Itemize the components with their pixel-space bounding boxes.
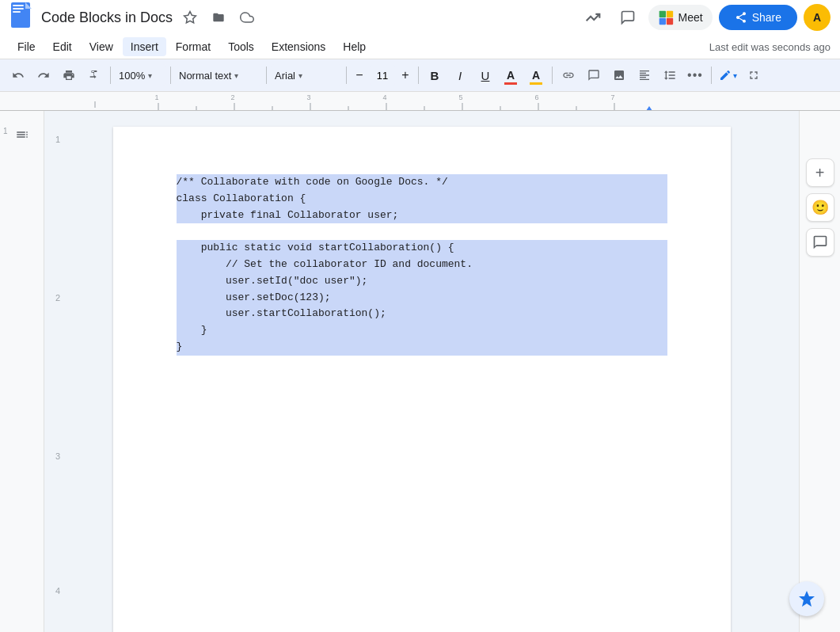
svg-rect-3 — [13, 11, 21, 13]
share-button[interactable]: Share — [719, 5, 797, 30]
svg-rect-7 — [666, 11, 672, 17]
emoji-icon: 🙂 — [811, 199, 829, 216]
image-button[interactable] — [607, 63, 631, 87]
right-panel: + 🙂 — [799, 111, 840, 632]
divider-7 — [711, 67, 712, 84]
svg-rect-8 — [659, 18, 665, 25]
print-button[interactable] — [57, 63, 81, 87]
page-num-3: 3 — [55, 451, 60, 461]
more-button[interactable]: ••• — [683, 63, 707, 87]
document-page: /** Collaborate with code on Google Docs… — [113, 127, 731, 632]
star-button[interactable] — [179, 6, 201, 29]
cloud-button[interactable] — [236, 6, 258, 29]
menu-file[interactable]: File — [10, 37, 44, 56]
gemini-button[interactable] — [789, 581, 824, 616]
divider-1 — [110, 67, 111, 84]
code-line-10: } — [177, 339, 667, 356]
font-size-decrease[interactable]: − — [351, 63, 368, 87]
menu-help[interactable]: Help — [335, 37, 374, 56]
line-spacing-button[interactable] — [658, 63, 682, 87]
menu-format[interactable]: Format — [168, 37, 219, 56]
doc-title[interactable]: Code Blocks in Docs — [41, 10, 173, 26]
svg-rect-9 — [666, 18, 672, 25]
edit-mode-button[interactable]: ▾ — [716, 63, 740, 87]
divider-5 — [418, 67, 419, 84]
document-area[interactable]: 1 2 3 4 /** Collaborate with code on Goo… — [44, 111, 799, 632]
svg-rect-2 — [13, 8, 24, 10]
code-line-9: } — [177, 322, 667, 339]
comment-action-icon — [812, 234, 828, 250]
menu-extensions[interactable]: Extensions — [264, 37, 333, 56]
underline-label: U — [481, 69, 490, 82]
comment-action-button[interactable] — [806, 228, 834, 257]
ruler: 1 2 3 4 5 6 7 — [0, 92, 840, 111]
folder-button[interactable] — [207, 6, 230, 29]
style-select[interactable]: Normal text ▾ — [175, 64, 262, 86]
code-line-6: user.setId("doc user"); — [177, 273, 667, 290]
paint-format-button[interactable] — [82, 63, 106, 87]
align-button[interactable] — [633, 63, 656, 87]
svg-text:4: 4 — [382, 93, 386, 101]
svg-text:6: 6 — [534, 93, 538, 101]
font-size-control: − 11 + — [351, 63, 414, 87]
divider-3 — [266, 67, 267, 84]
expand-button[interactable] — [742, 63, 766, 87]
avatar-letter: A — [813, 11, 821, 24]
gemini-icon — [797, 589, 816, 608]
menu-insert[interactable]: Insert — [123, 37, 166, 56]
code-block: /** Collaborate with code on Google Docs… — [177, 174, 667, 356]
code-line-5: // Set the collaborator ID and document. — [177, 257, 667, 273]
zoom-select[interactable]: 100% ▾ — [115, 64, 166, 86]
svg-marker-5 — [184, 12, 196, 23]
user-avatar[interactable]: A — [804, 4, 830, 31]
bold-label: B — [431, 69, 439, 82]
undo-button[interactable] — [6, 63, 30, 87]
svg-text:1: 1 — [154, 93, 158, 101]
text-color-button[interactable]: A — [499, 63, 523, 87]
highlight-button[interactable]: A — [524, 63, 548, 87]
svg-text:3: 3 — [306, 93, 310, 101]
menu-view[interactable]: View — [82, 37, 121, 56]
main-layout: 1 1 2 3 4 /** Collaborate with code on G… — [0, 111, 840, 632]
page-num-1: 1 — [55, 135, 60, 144]
redo-button[interactable] — [32, 63, 55, 87]
menu-bar: File Edit View Insert Format Tools Exten… — [0, 35, 840, 59]
font-chevron: ▾ — [298, 71, 302, 80]
outline-button[interactable] — [8, 120, 36, 149]
divider-2 — [170, 67, 171, 84]
page-num-2: 2 — [55, 293, 60, 303]
meet-button[interactable]: Meet — [648, 5, 713, 30]
docs-logo — [10, 2, 35, 32]
page-marker-1: 1 — [3, 127, 8, 135]
menu-tools[interactable]: Tools — [220, 37, 262, 56]
bold-button[interactable]: B — [423, 63, 447, 87]
page-markers: 1 — [3, 127, 8, 135]
font-size-increase[interactable]: + — [397, 63, 414, 87]
svg-text:2: 2 — [230, 93, 234, 101]
code-line-1: class Collaboration { — [177, 191, 667, 207]
share-label: Share — [752, 11, 781, 24]
title-bar: Code Blocks in Docs Meet Share A — [0, 0, 840, 35]
zoom-chevron: ▾ — [148, 71, 152, 80]
font-size-input[interactable]: 11 — [370, 65, 395, 86]
page-num-4: 4 — [55, 586, 60, 596]
comment-button[interactable] — [582, 63, 606, 87]
text-color-indicator — [504, 82, 517, 85]
meet-label: Meet — [678, 11, 703, 24]
add-icon: + — [815, 164, 825, 182]
trend-button[interactable] — [579, 3, 607, 32]
emoji-action-button[interactable]: 🙂 — [806, 193, 834, 222]
underline-button[interactable]: U — [473, 63, 497, 87]
divider-6 — [552, 67, 553, 84]
style-value: Normal text — [179, 70, 231, 82]
italic-button[interactable]: I — [448, 63, 472, 87]
menu-edit[interactable]: Edit — [45, 37, 80, 56]
comments-button[interactable] — [614, 3, 642, 32]
font-select[interactable]: Arial ▾ — [271, 64, 342, 86]
last-edit-text: Last edit was seconds ago — [709, 41, 830, 53]
add-action-button[interactable]: + — [806, 158, 834, 187]
code-line-0: /** Collaborate with code on Google Docs… — [177, 174, 667, 191]
italic-label: I — [458, 69, 462, 82]
link-button[interactable] — [557, 63, 580, 87]
zoom-value: 100% — [119, 70, 145, 82]
